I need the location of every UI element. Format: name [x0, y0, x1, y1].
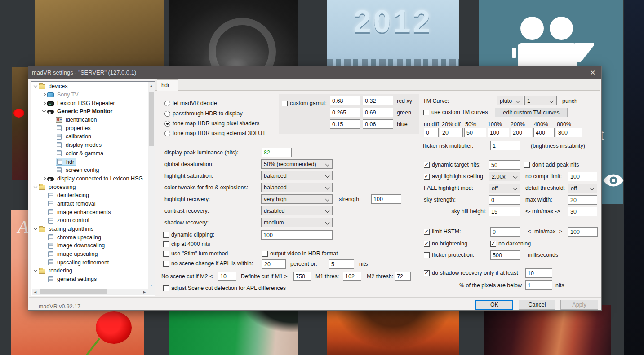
peak-luminance-input[interactable] [262, 148, 292, 157]
tree-item-hdr[interactable]: hdr [32, 158, 148, 166]
tree-item-generic-pnp-monitor[interactable]: Generic PnP Monitor [32, 107, 148, 116]
adjust-scene-cut-checkbox[interactable]: adjust Scene cut detection for APL diffe… [163, 285, 286, 291]
tree-item-screen-config[interactable]: screen config [32, 166, 148, 175]
tab-hdr[interactable]: hdr [157, 79, 178, 91]
chevron-expanded-icon[interactable] [32, 269, 39, 272]
strength-input[interactable] [371, 194, 401, 204]
radio-icon[interactable] [164, 131, 170, 136]
flicker-protection-checkbox[interactable]: flicker protection: [424, 252, 474, 258]
tree-item-sony-tv[interactable]: Sony TV [32, 91, 148, 99]
checkbox-checked-icon[interactable] [490, 241, 496, 247]
use-custom-tm-curves-checkbox[interactable]: use custom TM curves [423, 109, 488, 115]
scrollbar-thumb[interactable] [40, 289, 107, 294]
radio-icon[interactable] [164, 101, 170, 106]
tm-value-input-50[interactable] [464, 128, 486, 137]
tm-value-input-200[interactable] [511, 128, 532, 137]
tm-curve-dropdown[interactable]: pluto [497, 96, 523, 105]
flicker-protection-input[interactable] [490, 250, 520, 260]
tm-value-input-800[interactable] [556, 128, 582, 137]
pixels-below-input[interactable] [525, 280, 552, 290]
checkbox-checked-icon[interactable] [424, 241, 430, 247]
gamut-blue-y-input[interactable] [363, 119, 393, 129]
tree-item-calibration[interactable]: calibration [32, 132, 148, 141]
avghighlights-ceiling-checkbox[interactable]: avgHighlights ceiling: [424, 173, 484, 180]
gamut-blue-x-input[interactable] [330, 119, 360, 129]
chevron-collapsed-icon[interactable] [40, 177, 47, 180]
checkbox-checked-icon[interactable] [424, 270, 430, 276]
no-darkening-checkbox[interactable]: no darkening [490, 241, 531, 247]
tree-item-processing[interactable]: processing [32, 183, 148, 191]
tm-value-input-nodiff[interactable] [424, 128, 439, 137]
radio-passthrough-hdr[interactable]: passthrough HDR to display [164, 110, 243, 117]
tree-item-color-gamma[interactable]: color & gamma [32, 149, 148, 158]
ok-button[interactable]: OK [475, 300, 513, 310]
tree-item-chroma-upscaling[interactable]: chroma upscaling [32, 233, 148, 241]
limit-hstm-max-input[interactable] [568, 227, 598, 237]
shadow-recovery-percent-input[interactable] [525, 268, 552, 278]
radio-icon[interactable] [164, 111, 170, 117]
checkbox-icon[interactable] [163, 285, 169, 291]
m1-thres-input[interactable] [343, 272, 361, 281]
edit-custom-tm-curves-button[interactable]: edit custom TM curves [495, 108, 568, 117]
checkbox-icon[interactable] [282, 101, 288, 106]
highlight-saturation-dropdown[interactable]: balanced [261, 171, 333, 180]
tree-item-image-upscaling[interactable]: image upscaling [32, 250, 148, 259]
dynamic-clipping-input[interactable] [261, 230, 333, 240]
apl-nits-input[interactable] [329, 259, 354, 269]
eye-icon[interactable] [603, 173, 624, 188]
no-brightening-checkbox[interactable]: no brightening [424, 241, 467, 247]
tm-curve-number-dropdown[interactable]: 1 [524, 96, 557, 105]
checkbox-checked-icon[interactable] [424, 174, 430, 180]
tree-horizontal-scrollbar[interactable]: ◀ ▶ [32, 289, 148, 295]
limit-hstm-checkbox[interactable]: limit HSTM: [424, 228, 461, 235]
checkbox-icon[interactable] [524, 162, 530, 168]
custom-gamut-checkbox[interactable]: custom gamut: [282, 100, 327, 106]
tree-item-scaling-algorithms[interactable]: scaling algorithms [32, 225, 148, 233]
chevron-expanded-icon[interactable] [32, 85, 39, 88]
m2-less-input[interactable] [218, 272, 236, 281]
scroll-down-icon[interactable]: ▼ [148, 282, 155, 289]
checkbox-icon[interactable] [163, 251, 169, 257]
tree-item-display-modes[interactable]: display modes [32, 141, 148, 149]
scroll-up-icon[interactable]: ▲ [148, 82, 155, 89]
tree-item-identification[interactable]: identification [32, 116, 148, 124]
m2-thresh-input[interactable] [395, 272, 411, 281]
no-compr-limit-input[interactable] [568, 172, 597, 181]
close-icon[interactable]: ✕ [587, 68, 599, 77]
gamut-green-x-input[interactable] [330, 108, 360, 117]
checkbox-icon[interactable] [423, 110, 429, 115]
checkbox-icon[interactable] [163, 232, 169, 238]
tm-value-input-400[interactable] [533, 128, 555, 137]
apply-button[interactable]: Apply [560, 300, 598, 310]
chevron-expanded-icon[interactable] [40, 110, 47, 113]
dynamic-target-nits-input[interactable] [489, 160, 520, 170]
sky-hill-max-input[interactable] [568, 207, 597, 216]
tree-item-general-settings[interactable]: general settings [32, 275, 148, 284]
dynamic-clipping-checkbox[interactable]: dynamic clipping: [163, 232, 214, 238]
radio-tone-map-pixel-shaders[interactable]: tone map HDR using pixel shaders [164, 120, 259, 127]
detail-threshold-dropdown[interactable]: off [568, 184, 597, 193]
sky-hill-height-input[interactable] [489, 207, 520, 216]
gamut-red-x-input[interactable] [330, 96, 360, 105]
cancel-button[interactable]: Cancel [519, 300, 555, 310]
tree-item-rendering[interactable]: rendering [32, 267, 148, 275]
output-hdr-format-checkbox[interactable]: output video in HDR format [262, 250, 338, 257]
tree-item-image-enhancements[interactable]: image enhancements [32, 208, 148, 216]
radio-selected-icon[interactable] [164, 121, 170, 127]
checkbox-icon[interactable] [163, 261, 169, 267]
scroll-right-icon[interactable]: ▶ [141, 289, 148, 295]
tree-item-artifact-removal[interactable]: artifact removal [32, 200, 148, 208]
shadow-recovery-only-checkbox[interactable]: do shadow recovery only if at least [424, 270, 518, 276]
tree-item-display-connected[interactable]: display connected to Lexicon HSG [32, 175, 148, 183]
tree-vertical-scrollbar[interactable]: ▲ ▼ [148, 82, 155, 289]
checkbox-checked-icon[interactable] [424, 229, 430, 235]
chevron-expanded-icon[interactable] [32, 186, 39, 188]
chevron-expanded-icon[interactable] [32, 228, 39, 230]
tree-item-zoom-control[interactable]: zoom control [32, 216, 148, 225]
clip-4000-nits-checkbox[interactable]: clip at 4000 nits [163, 241, 210, 247]
global-desaturation-dropdown[interactable]: 50% (recommended) [261, 159, 333, 169]
checkbox-icon[interactable] [424, 252, 430, 258]
dont-add-peak-nits-checkbox[interactable]: don't add peak nits [524, 162, 579, 168]
shadow-recovery-dropdown[interactable]: medium [261, 218, 333, 227]
gamut-green-y-input[interactable] [363, 108, 393, 117]
